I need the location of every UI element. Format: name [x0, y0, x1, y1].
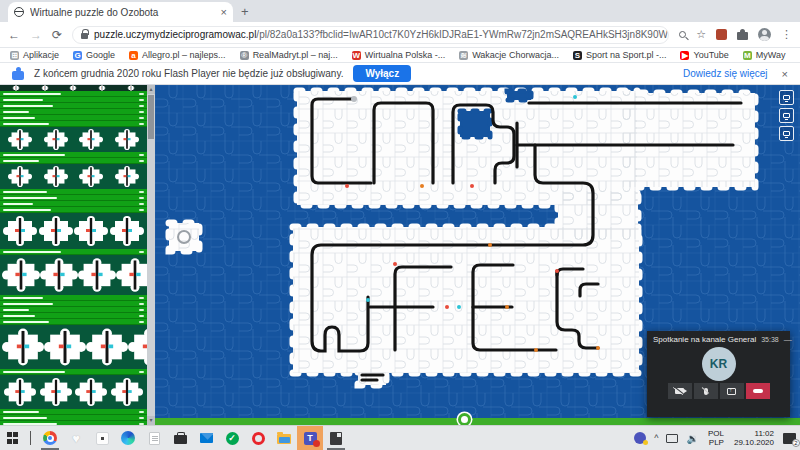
hang-up-button[interactable] [746, 383, 770, 399]
puzzle-thumbnail[interactable] [8, 127, 32, 152]
bookmark-item[interactable]: aAllegro.pl – najleps... [129, 50, 226, 60]
flash-disable-button[interactable]: Wyłącz [353, 65, 411, 82]
hang-up-icon [753, 389, 763, 393]
address-bar[interactable]: puzzle.uczymydzieciprogramowac.pl/pl/82a… [72, 26, 669, 44]
puzzle-workspace[interactable]: Spotkanie na kanale General 35:38 — KR [155, 85, 800, 425]
bookmark-item[interactable]: ▶YouTube [680, 50, 728, 60]
taskbar-teams[interactable]: T [297, 426, 323, 450]
taskbar-edge[interactable] [115, 426, 141, 450]
puzzle-thumbnail[interactable] [2, 255, 40, 295]
puzzle-thumbnail[interactable] [4, 85, 28, 91]
sidebar-item-count [139, 197, 144, 199]
puzzle-thumbnail[interactable] [116, 255, 147, 295]
puzzle-thumbnail[interactable] [79, 164, 103, 189]
sidebar-item-count [139, 93, 144, 95]
taskbar-file-explorer[interactable] [271, 426, 297, 450]
bookmark-item[interactable]: GGoogle [73, 50, 115, 60]
puzzle-thumbnail[interactable] [79, 127, 103, 152]
puzzle-thumbnail[interactable] [39, 213, 73, 249]
taskbar-green-app[interactable]: ✓ [219, 426, 245, 450]
sidebar-item-label [3, 321, 49, 323]
sidebar-item-label [3, 417, 47, 419]
taskbar-heart-app[interactable]: ♥ [63, 426, 89, 450]
puzzle-thumbnail[interactable] [128, 325, 147, 369]
taskbar-mail[interactable] [193, 426, 219, 450]
taskbar-photos-app[interactable] [323, 426, 349, 450]
puzzle-thumbnail[interactable] [110, 213, 144, 249]
taskbar-chrome[interactable] [37, 426, 63, 450]
taskbar-document-app[interactable] [141, 426, 167, 450]
puzzle-thumbnail[interactable] [44, 325, 86, 369]
tab-close-icon[interactable]: × [221, 6, 227, 18]
back-icon[interactable]: ← [8, 28, 20, 42]
puzzle-thumbnail[interactable] [44, 164, 68, 189]
scroll-down-icon[interactable]: ▾ [147, 416, 155, 425]
taskbar-opera[interactable] [245, 426, 271, 450]
puzzle-thumbnail[interactable] [33, 85, 57, 91]
sidebar-item-label [3, 105, 53, 107]
puzzle-thumbnail[interactable] [78, 255, 116, 295]
mic-mute-button[interactable] [694, 383, 718, 399]
sidebar-item-label [3, 297, 43, 299]
notification-center[interactable]: 2 [779, 426, 800, 450]
puzzle-thumbnail[interactable] [8, 164, 32, 189]
teams-meeting-overlay[interactable]: Spotkanie na kanale General 35:38 — KR [647, 331, 790, 417]
puzzle-thumbnail[interactable] [75, 375, 107, 409]
bookmark-label: Allegro.pl – najleps... [142, 50, 226, 60]
puzzle-thumbnail[interactable] [44, 127, 68, 152]
puzzle-thumbnail[interactable] [3, 213, 37, 249]
puzzle-thumbnail[interactable] [86, 325, 128, 369]
profile-avatar[interactable] [758, 28, 771, 41]
sidebar-scrollbar[interactable]: ▴ ▾ [147, 85, 155, 425]
scroll-up-icon[interactable]: ▴ [147, 85, 155, 94]
browser-menu-icon[interactable]: ⋮ [781, 28, 792, 41]
forward-icon[interactable]: → [30, 28, 42, 42]
learn-more-link[interactable]: Dowiedz się więcej [683, 68, 767, 79]
progress-handle[interactable] [458, 413, 471, 425]
puzzle-thumbnail[interactable] [119, 85, 143, 91]
puzzle-thumbnail[interactable] [74, 213, 108, 249]
start-button[interactable] [0, 426, 26, 450]
clock[interactable]: 11:02 29.10.2020 [729, 426, 779, 450]
puzzle-thumbnail[interactable] [2, 325, 44, 369]
puzzle-thumbnail[interactable] [61, 85, 85, 91]
workspace-control-button[interactable] [779, 108, 794, 123]
camera-off-button[interactable] [668, 383, 692, 399]
taskbar-notes-app[interactable] [89, 426, 115, 450]
tray-expand-icon[interactable]: ^ [650, 426, 662, 450]
flash-close-icon[interactable]: × [782, 68, 788, 80]
bookmark-star-icon[interactable]: ☆ [696, 28, 706, 41]
bookmark-item[interactable]: MMyWay [743, 50, 786, 60]
tray-volume-icon[interactable]: 🔉 [682, 426, 702, 450]
puzzle-thumbnail[interactable] [40, 375, 72, 409]
puzzle-thumbnail[interactable] [115, 164, 139, 189]
extensions-puzzle-icon[interactable] [737, 32, 748, 40]
puzzle-thumbnail[interactable] [4, 375, 36, 409]
minimize-icon[interactable]: — [784, 335, 792, 344]
browser-tab[interactable]: Wirtualne puzzle do Ozobota × [8, 2, 233, 22]
share-screen-button[interactable] [720, 383, 744, 399]
tray-display[interactable] [662, 426, 682, 450]
language-indicator[interactable]: POL PLP [703, 426, 729, 450]
workspace-control-button[interactable] [779, 126, 794, 141]
bookmark-item[interactable]: SSport na Sport.pl -... [573, 50, 667, 60]
zoom-search-icon[interactable] [679, 31, 686, 38]
tray-teams-status[interactable] [630, 426, 650, 450]
bookmark-item[interactable]: ⊞Aplikacje [10, 50, 59, 60]
bookmark-item[interactable]: WWirtualna Polska -... [352, 50, 446, 60]
puzzle-thumbnail[interactable] [111, 375, 143, 409]
extension-icon[interactable] [716, 29, 727, 40]
sidebar-item-label [3, 315, 35, 317]
bookmark-item[interactable]: ®RealMadryt.pl – naj... [240, 50, 338, 60]
scrollbar-thumb[interactable] [148, 95, 154, 139]
puzzle-thumbnail[interactable] [90, 85, 114, 91]
bookmark-item[interactable]: ≋Wakacje Chorwacja... [459, 50, 559, 60]
new-tab-button[interactable]: + [241, 4, 249, 19]
taskbar-briefcase-app[interactable] [167, 426, 193, 450]
sidebar-menu-item[interactable] [0, 421, 147, 425]
workspace-control-button[interactable] [779, 90, 794, 105]
sidebar-piece-row [0, 127, 147, 152]
reload-icon[interactable]: ⟳ [52, 28, 62, 42]
puzzle-thumbnail[interactable] [40, 255, 78, 295]
puzzle-thumbnail[interactable] [115, 127, 139, 152]
